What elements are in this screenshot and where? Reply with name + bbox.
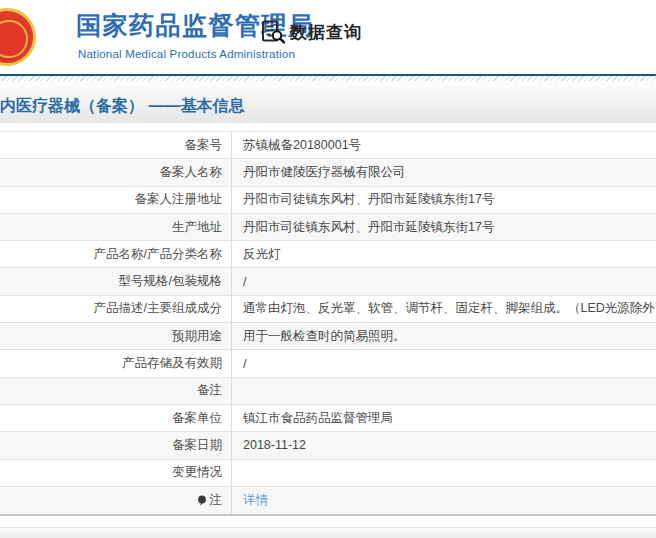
row-value <box>232 460 656 486</box>
row-label: 备案人名称 <box>0 159 232 185</box>
table-row: 备注 <box>0 378 656 405</box>
table-row: 型号规格/包装规格 / <box>0 268 656 295</box>
row-value: 丹阳市健陵医疗器械有限公司 <box>232 159 656 185</box>
data-query-label: 数据查询 <box>290 21 362 44</box>
note-pin-icon <box>197 495 207 507</box>
row-label: 备案单位 <box>0 405 232 431</box>
page-title: 内医疗器械（备案） ——基本信息 <box>0 96 244 117</box>
data-query-nav[interactable]: 数据查询 <box>261 20 362 44</box>
table-row: 生产地址 丹阳市司徒镇东风村、丹阳市延陵镇东街17号 <box>0 214 656 241</box>
row-value: 丹阳市司徒镇东风村、丹阳市延陵镇东街17号 <box>232 187 656 213</box>
table-row: 备案日期 2018-11-12 <box>0 432 656 459</box>
data-query-icon <box>261 20 286 44</box>
row-label: 产品描述/主要组成成分 <box>0 296 232 322</box>
org-name-en: National Medical Products Administration <box>78 48 295 60</box>
row-value: 用于一般检查时的简易照明。 <box>232 323 656 349</box>
row-label: 产品存储及有效期 <box>0 350 232 376</box>
row-label: 型号规格/包装规格 <box>0 268 232 294</box>
row-value: 反光灯 <box>232 241 656 267</box>
row-label: 产品名称/产品分类名称 <box>0 241 232 267</box>
row-label: 变更情况 <box>0 460 232 486</box>
row-label-text: 注 <box>210 492 223 509</box>
row-value: 镇江市食品药品监督管理局 <box>232 405 656 431</box>
row-label: 备案日期 <box>0 432 232 458</box>
row-label: 备案号 <box>0 132 232 158</box>
table-row: 产品名称/产品分类名称 反光灯 <box>0 241 656 268</box>
row-value: 苏镇械备20180001号 <box>232 132 656 158</box>
row-label: 注 <box>0 487 232 514</box>
table-row: 变更情况 <box>0 460 656 487</box>
row-value: 2018-11-12 <box>232 432 656 458</box>
table-row-note: 注 详情 <box>0 487 656 514</box>
details-link[interactable]: 详情 <box>243 492 268 509</box>
info-table: 备案号 苏镇械备20180001号 备案人名称 丹阳市健陵医疗器械有限公司 备案… <box>0 131 656 516</box>
row-value: / <box>232 350 656 376</box>
row-value: 详情 <box>232 487 656 514</box>
title-band: 内医疗器械（备案） ——基本信息 <box>0 81 656 123</box>
page: 国家药品监督管理局 National Medical Products Admi… <box>0 0 656 538</box>
row-label: 预期用途 <box>0 323 232 349</box>
row-label: 生产地址 <box>0 214 232 240</box>
row-value: 丹阳市司徒镇东风村、丹阳市延陵镇东街17号 <box>232 214 656 240</box>
table-row: 产品存储及有效期 / <box>0 350 656 377</box>
row-value: 通常由灯泡、反光罩、软管、调节杆、固定杆、脚架组成。（LED光源除外） <box>232 296 656 322</box>
table-row: 备案号 苏镇械备20180001号 <box>0 132 656 159</box>
table-row: 预期用途 用于一般检查时的简易照明。 <box>0 323 656 350</box>
table-row: 备案人名称 丹阳市健陵医疗器械有限公司 <box>0 159 656 186</box>
row-label: 备注 <box>0 378 232 404</box>
row-value: / <box>232 268 656 294</box>
national-emblem-icon <box>0 8 36 66</box>
site-header: 国家药品监督管理局 National Medical Products Admi… <box>0 0 656 74</box>
table-row: 产品描述/主要组成成分 通常由灯泡、反光罩、软管、调节杆、固定杆、脚架组成。（L… <box>0 296 656 323</box>
table-row: 备案人注册地址 丹阳市司徒镇东风村、丹阳市延陵镇东街17号 <box>0 187 656 214</box>
row-label: 备案人注册地址 <box>0 187 232 213</box>
row-value <box>232 378 656 404</box>
footer-band <box>0 527 656 538</box>
table-row: 备案单位 镇江市食品药品监督管理局 <box>0 405 656 432</box>
